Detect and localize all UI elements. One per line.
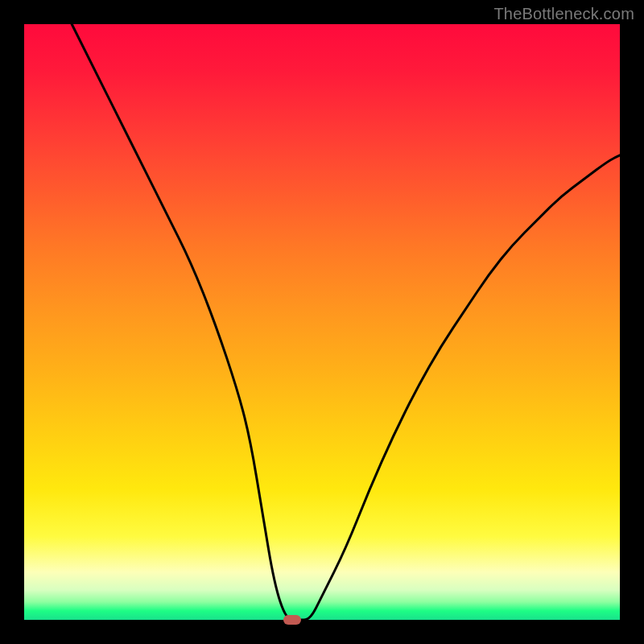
chart-frame: TheBottleneck.com bbox=[0, 0, 644, 644]
optimal-marker bbox=[283, 615, 301, 625]
bottleneck-curve bbox=[24, 24, 620, 620]
watermark-text: TheBottleneck.com bbox=[493, 5, 634, 23]
curve-path bbox=[72, 24, 620, 620]
plot-area bbox=[24, 24, 620, 620]
